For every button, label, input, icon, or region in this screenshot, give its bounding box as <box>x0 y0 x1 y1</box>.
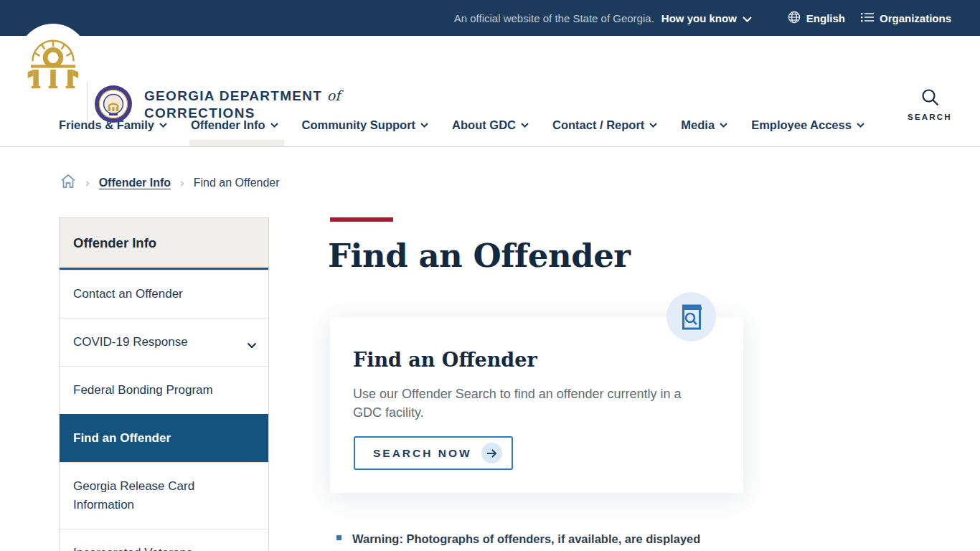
gdc-seal-icon <box>94 85 133 123</box>
nav-label: Media <box>681 118 715 132</box>
arch-icon <box>23 29 83 89</box>
home-icon[interactable] <box>60 174 76 192</box>
sidebar-item-find-an-offender[interactable]: Find an Offender <box>60 414 268 462</box>
agency-line1: GEORGIA DEPARTMENT <box>144 88 322 103</box>
chevron-down-icon <box>247 336 257 354</box>
sidebar-item-contact-an-offender[interactable]: Contact an Offender <box>60 270 268 318</box>
breadcrumb-separator: › <box>180 176 184 190</box>
agency-line2: CORRECTIONS <box>144 105 340 122</box>
nav-item-about-gdc[interactable]: About GDC <box>452 104 529 146</box>
agency-of: of <box>327 88 340 103</box>
section-sidebar: Offender Info Contact an Offender COVID-… <box>59 217 269 551</box>
chevron-down-icon <box>720 123 727 128</box>
how-you-know-toggle[interactable]: How you know <box>661 12 752 24</box>
nav-label: Employee Access <box>751 118 852 132</box>
search-now-button[interactable]: SEARCH NOW <box>354 436 513 470</box>
chevron-down-icon <box>159 123 167 128</box>
sidebar-item-label: Find an Offender <box>73 431 171 445</box>
language-selector[interactable]: English <box>788 11 845 26</box>
globe-icon <box>788 11 801 26</box>
sidebar-item-label: Incarcerated Veterans <box>73 546 192 551</box>
breadcrumb-separator: › <box>85 176 90 190</box>
nav-item-employee-access[interactable]: Employee Access <box>751 104 864 146</box>
official-website-text: An official website of the State of Geor… <box>454 12 654 24</box>
page-title: Find an Offender <box>328 237 631 275</box>
search-now-label: SEARCH NOW <box>373 447 472 460</box>
sidebar-title[interactable]: Offender Info <box>60 218 268 270</box>
chevron-down-icon <box>743 12 752 24</box>
nav-label: Contact / Report <box>552 118 644 132</box>
how-you-know-label: How you know <box>661 12 737 24</box>
chevron-down-icon <box>521 123 529 128</box>
breadcrumb: › Offender Info › Find an Offender <box>60 174 280 192</box>
sidebar-item-federal-bonding-program[interactable]: Federal Bonding Program <box>60 366 268 414</box>
find-offender-card: Find an Offender Use our Offender Search… <box>330 317 743 493</box>
title-accent-bar <box>330 217 393 222</box>
sidebar-item-label: Georgia Release Card Information <box>73 479 194 512</box>
search-icon <box>920 97 940 109</box>
header-search-button[interactable]: SEARCH <box>903 88 957 121</box>
search-label: SEARCH <box>903 113 957 121</box>
agency-name[interactable]: GEORGIA DEPARTMENT of CORRECTIONS <box>144 87 340 122</box>
organizations-list-icon <box>861 12 874 24</box>
breadcrumb-current: Find an Offender <box>194 176 280 189</box>
document-search-icon <box>679 303 705 331</box>
offender-search-badge <box>666 292 716 342</box>
warning-text: Warning: Photographs of offenders, if av… <box>352 530 700 547</box>
official-topbar: An official website of the State of Geor… <box>0 0 980 36</box>
card-title: Find an Offender <box>353 349 537 371</box>
sidebar-item-incarcerated-veterans[interactable]: Incarcerated Veterans <box>60 529 268 551</box>
bullet-icon <box>336 535 341 540</box>
arrow-right-icon <box>481 443 502 463</box>
chevron-down-icon <box>857 123 864 128</box>
breadcrumb-link-offender-info[interactable]: Offender Info <box>99 176 171 189</box>
organizations-menu[interactable]: Organizations <box>861 12 951 24</box>
organizations-label: Organizations <box>880 12 951 24</box>
sidebar-item-label: COVID-19 Response <box>73 335 188 349</box>
sidebar-item-label: Contact an Offender <box>73 287 183 301</box>
chevron-down-icon <box>649 123 657 128</box>
language-label: English <box>806 12 845 24</box>
sidebar-item-label: Federal Bonding Program <box>73 383 213 397</box>
chevron-down-icon <box>420 123 428 128</box>
chevron-down-icon <box>270 123 278 128</box>
sidebar-item-georgia-release-card[interactable]: Georgia Release Card Information <box>60 462 268 529</box>
georgia-arch-logo[interactable] <box>18 24 88 94</box>
card-description: Use our Offender Search to find an offen… <box>353 385 712 422</box>
nav-item-contact-report[interactable]: Contact / Report <box>552 104 657 146</box>
warning-list-item: Warning: Photographs of offenders, if av… <box>336 530 753 547</box>
nav-item-media[interactable]: Media <box>681 104 727 146</box>
sidebar-item-covid-19-response[interactable]: COVID-19 Response <box>60 318 268 366</box>
nav-label: About GDC <box>452 118 516 132</box>
logo-divider <box>87 82 88 126</box>
